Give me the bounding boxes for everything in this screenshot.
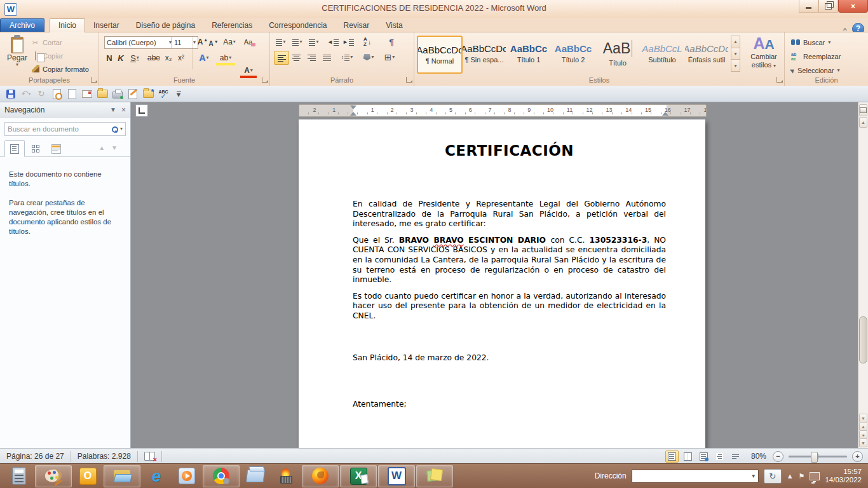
view-web-layout-button[interactable]	[697, 451, 710, 463]
next-page-icon[interactable]: ▼	[859, 438, 867, 447]
search-options-icon[interactable]: ▾	[120, 126, 123, 132]
new-document-button[interactable]	[66, 88, 78, 100]
vertical-scrollbar[interactable]: ▲ ▼ ▲ ● ▼	[858, 102, 868, 448]
multilevel-list-button[interactable]: ▾	[307, 36, 321, 48]
shading-button[interactable]: ▾	[360, 51, 377, 64]
styles-gallery-expand-icon[interactable]: ▼	[731, 59, 740, 72]
borders-button[interactable]: ⊞▾	[381, 51, 398, 64]
customize-qat-button[interactable]: ▾	[173, 88, 184, 100]
change-case-button[interactable]: Aa▾	[221, 36, 238, 48]
shrink-font-button[interactable]: A▼	[208, 37, 219, 50]
redo-button[interactable]: ↻	[36, 88, 47, 100]
view-fullscreen-reading-button[interactable]	[681, 451, 695, 463]
select-browse-object-icon[interactable]: ●	[859, 430, 867, 439]
previous-page-icon[interactable]: ▲	[859, 422, 867, 431]
taskbar-paint[interactable]	[35, 465, 72, 487]
taskbar-sticky-notes[interactable]	[416, 465, 453, 487]
undo-button[interactable]: ↶▾	[20, 88, 32, 100]
document-page[interactable]: CERTIFICACIÓN En calidad de Presidente y…	[299, 119, 705, 448]
search-icon[interactable]	[112, 126, 118, 132]
nav-tab-pages[interactable]	[26, 141, 45, 156]
taskbar-chrome[interactable]	[203, 465, 240, 487]
align-left-button[interactable]	[274, 51, 289, 65]
taskbar-explorer[interactable]	[104, 465, 140, 487]
change-styles-button[interactable]: AA Cambiar estilos ▾	[746, 35, 782, 81]
minimize-button[interactable]	[799, 0, 818, 13]
style-subtitulo[interactable]: AaBbCcL Subtítulo	[641, 36, 684, 71]
view-print-layout-button[interactable]	[665, 451, 679, 463]
taskbar-clock[interactable]: 15:57 14/03/2022	[825, 468, 862, 484]
taskbar-calculator[interactable]	[4, 466, 34, 487]
show-paragraph-marks-button[interactable]: ¶	[384, 36, 398, 48]
quick-print-button[interactable]	[112, 88, 123, 100]
taskbar-media-player[interactable]	[172, 466, 201, 487]
tab-revisar[interactable]: Revisar	[336, 19, 378, 32]
address-go-button[interactable]: ↻	[764, 469, 782, 484]
taskbar-firefox[interactable]	[302, 465, 339, 487]
numbering-button[interactable]: ▾	[290, 36, 304, 48]
tab-referencias[interactable]: Referencias	[203, 19, 261, 32]
minimize-ribbon-icon[interactable]: ˄	[843, 26, 847, 31]
proofing-errors-button[interactable]	[138, 451, 162, 462]
address-input[interactable]: ▼	[632, 470, 759, 483]
select-button[interactable]: Seleccionar▾	[791, 65, 840, 76]
tab-inicio[interactable]: Inicio	[50, 18, 85, 32]
tab-archivo[interactable]: Archivo	[0, 18, 44, 32]
style-titulo-2[interactable]: AaBbCc Título 2	[552, 36, 595, 71]
style-titulo[interactable]: AaB Título	[596, 36, 639, 71]
spelling-button[interactable]: ABC✓	[158, 88, 169, 100]
dialog-launcher-icon[interactable]	[91, 77, 97, 83]
strikethrough-button[interactable]: abe	[146, 51, 161, 64]
document-search-input[interactable]: Buscar en documento ▾	[4, 122, 126, 136]
nav-tab-headings[interactable]	[4, 140, 25, 157]
taskbar-excel[interactable]: X	[340, 465, 377, 487]
open-button[interactable]	[97, 88, 108, 100]
navigation-close-icon[interactable]: ×	[121, 105, 126, 114]
taskbar-burn-tool[interactable]	[271, 466, 301, 487]
align-right-button[interactable]	[304, 51, 318, 64]
tab-correspondencia[interactable]: Correspondencia	[261, 19, 335, 32]
font-family-select[interactable]: Calibri (Cuerpo)▾	[104, 36, 174, 49]
increase-indent-button[interactable]: ►	[341, 36, 355, 48]
zoom-slider[interactable]	[789, 456, 847, 458]
zoom-slider-thumb[interactable]	[811, 452, 818, 463]
subscript-button[interactable]: x₂	[163, 51, 174, 64]
font-color-button[interactable]: A▾	[240, 64, 257, 77]
page-indicator[interactable]: Página: 26 de 27	[0, 451, 71, 462]
find-button[interactable]: Buscar▾	[791, 37, 831, 48]
first-line-indent-marker[interactable]	[350, 105, 356, 109]
format-painter-button[interactable]: Copiar formato	[31, 64, 89, 75]
bullets-button[interactable]: ▾	[274, 36, 288, 48]
folder-options-button[interactable]	[142, 88, 154, 100]
grow-font-button[interactable]: A▲	[197, 36, 208, 48]
tab-vista[interactable]: Vista	[377, 19, 410, 32]
styles-scroll-up-icon[interactable]: ▲	[731, 36, 740, 48]
taskbar-fax-scan[interactable]	[241, 466, 270, 487]
hanging-indent-marker[interactable]	[350, 112, 356, 116]
horizontal-ruler[interactable]: 21123456789101112131415161718	[299, 104, 707, 117]
attachment-button[interactable]	[81, 88, 93, 100]
superscript-button[interactable]: x²	[175, 51, 187, 64]
scroll-up-icon[interactable]: ▲	[859, 117, 867, 128]
tab-diseno-pagina[interactable]: Diseño de página	[128, 19, 203, 32]
right-indent-marker[interactable]	[662, 112, 668, 116]
italic-button[interactable]: K	[116, 51, 126, 64]
copy-button[interactable]: Copiar	[31, 50, 89, 62]
dialog-launcher-icon[interactable]	[776, 77, 782, 83]
style-enfasis-sutil[interactable]: AaBbCcDc Énfasis sutil	[685, 36, 728, 71]
save-button[interactable]	[5, 88, 17, 100]
scrollbar-thumb[interactable]	[859, 316, 867, 363]
font-size-select[interactable]: 11▾	[172, 36, 198, 49]
zoom-level[interactable]: 80%	[751, 452, 766, 461]
view-draft-button[interactable]	[729, 451, 742, 463]
zoom-in-button[interactable]: +	[852, 451, 863, 462]
zoom-out-button[interactable]: −	[773, 451, 783, 462]
tab-insertar[interactable]: Insertar	[85, 19, 128, 32]
action-center-flag-icon[interactable]: ⚑	[799, 472, 805, 480]
dialog-launcher-icon[interactable]	[262, 77, 268, 83]
tab-stop-selector[interactable]	[135, 104, 148, 117]
bold-button[interactable]: N	[104, 51, 114, 64]
style-titulo-1[interactable]: AaBbCc Título 1	[507, 36, 550, 71]
decrease-indent-button[interactable]: ◄	[326, 36, 340, 48]
taskbar-word[interactable]: W	[378, 465, 415, 487]
